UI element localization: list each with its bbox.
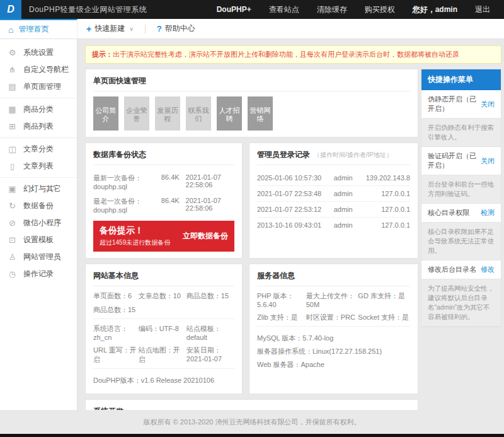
sidebar-item-article-categories[interactable]: ◫ 文章分类	[0, 141, 77, 158]
tile-contact-us[interactable]: 联系我们	[186, 96, 211, 131]
sidebar-item-wechat-miniprogram[interactable]: ⊘ 微信小程序	[0, 214, 77, 231]
mysql-version: MySQL 版本：5.7.40-log	[257, 332, 410, 345]
topbar-menu: DouPHP+ 查看站点 清除缓存 购买授权 您好，admin 退出	[199, 4, 490, 15]
app-title: DouPHP轻量级企业网站管理系统	[29, 4, 147, 15]
backup-alert-subtitle: 超过1459未进行数据备份	[100, 238, 183, 247]
tile-recruitment[interactable]: 人才招聘	[217, 96, 242, 131]
tile-company-profile[interactable]: 公司简介	[93, 96, 118, 131]
sidebar-item-site-admins[interactable]: ♙ 网站管理员	[0, 248, 77, 265]
login-ip: 127.0.0.1	[362, 221, 410, 229]
sidebar-item-single-pages[interactable]: ▤ 单页面管理	[0, 78, 77, 95]
quick-pages-title: 单页面快速管理	[93, 76, 410, 91]
login-time: 2021-01-07 22:53:12	[257, 206, 324, 213]
backup-now-button[interactable]: 立即数据备份	[183, 231, 228, 242]
user-icon: ♙	[8, 253, 17, 261]
refresh-icon: ↻	[8, 202, 17, 210]
login-user: admin	[324, 174, 362, 182]
book-icon: ◫	[8, 145, 17, 153]
chevron-down-icon: ∨	[129, 26, 134, 32]
login-ip: 127.0.0.1	[362, 190, 410, 197]
rewrite-status-label: 伪静态开启（已开启）	[428, 95, 477, 114]
help-center-button[interactable]: ? 帮助中心	[157, 23, 195, 34]
sidebar: ⚙ 系统设置 ⋔ 自定义导航栏 ▤ 单页面管理 ▦ 商品分类 ⊞ 商品列表 ◫ …	[0, 39, 77, 410]
sidebar-item-label: 文章列表	[23, 161, 54, 172]
login-ip: 139.202.143.8	[362, 174, 410, 182]
stat-single-pages: 单页面数：6	[93, 291, 139, 301]
card-title: 服务器信息	[257, 271, 295, 281]
login-record-row: 2025-01-06 10:57:30 admin 139.202.143.8	[257, 170, 410, 186]
sidebar-item-product-list[interactable]: ⊞ 商品列表	[0, 118, 77, 135]
topbar-buy-license-link[interactable]: 购买授权	[365, 4, 395, 15]
sidebar-item-product-categories[interactable]: ▦ 商品分类	[0, 101, 77, 118]
douphp-version: DouPHP版本：v1.6 Release 20210106	[93, 374, 234, 387]
login-ip: 127.0.0.1	[362, 206, 410, 213]
zlib-support: Zlib 支持：是	[257, 313, 306, 322]
topbar-douphp-plus-link[interactable]: DouPHP+	[217, 5, 251, 14]
image-icon: ▣	[8, 185, 17, 193]
card-title: 网站基本信息	[93, 271, 139, 281]
tile-company-honor[interactable]: 企业荣誉	[124, 96, 149, 131]
rename-admin-dir-link[interactable]: 修改	[481, 265, 495, 274]
login-record-row: 2013-10-16 09:43:01 admin 127.0.0.1	[257, 218, 410, 233]
sidebar-item-data-backup[interactable]: ↻ 数据备份	[0, 197, 77, 214]
sidebar-item-system-settings[interactable]: ⚙ 系统设置	[0, 44, 77, 61]
nav-divider	[145, 25, 146, 33]
file-icon: ▯	[8, 162, 17, 170]
sidebar-item-label: 网站管理员	[23, 252, 61, 262]
login-user: admin	[324, 221, 362, 229]
setting-url-rewrite: URL 重写：开启	[93, 346, 139, 364]
login-user: admin	[324, 190, 362, 197]
sidebar-item-custom-nav[interactable]: ⋔ 自定义导航栏	[0, 61, 77, 78]
login-time: 2021-01-07 22:53:48	[257, 190, 324, 197]
sidebar-item-slides-misc[interactable]: ▣ 幻灯与其它	[0, 180, 77, 197]
login-user: admin	[324, 206, 362, 213]
check-permission-link[interactable]: 检测	[481, 208, 495, 218]
quick-page-tiles: 公司简介 企业荣誉 发展历程 联系我们 人才招聘 营销网络	[93, 96, 410, 131]
stat-products-2: 商品总数：15	[93, 305, 139, 315]
window-edge	[0, 434, 504, 437]
topbar-clear-cache-link[interactable]: 清除缓存	[317, 4, 347, 15]
sidebar-item-label: 数据备份	[23, 201, 54, 211]
setting-sitemap: 站点地图：开启	[139, 346, 186, 364]
captcha-desc: 后台登录和前台一些地方用到验证码。	[421, 175, 501, 204]
sidebar-item-label: 设置模板	[23, 235, 54, 245]
home-icon: ⌂	[8, 25, 13, 34]
server-info-title: 服务器信息	[257, 271, 410, 286]
admin-dir-rename-row: 修改后台目录名 修改	[421, 260, 501, 279]
footer: 版权所有 © 2013-2020 漳州豆壳网络科技有限公司，并保留所有权利。	[0, 410, 504, 434]
rewrite-close-link[interactable]: 关闭	[481, 100, 495, 109]
card-title: 管理员登录记录	[257, 149, 310, 160]
sidebar-item-article-list[interactable]: ▯ 文章列表	[0, 158, 77, 175]
card-title: 数据库备份状态	[93, 149, 146, 160]
sidebar-item-template-settings[interactable]: ⊡ 设置模板	[0, 231, 77, 248]
sidebar-item-label: 自定义导航栏	[23, 64, 69, 75]
web-server: Web 服务器：Apache	[257, 358, 410, 371]
card-title: 单页面快速管理	[93, 76, 146, 86]
quick-create-button[interactable]: + 快速新建 ∨	[86, 23, 134, 34]
captcha-close-link[interactable]: 关闭	[481, 156, 495, 166]
login-card-title: 管理员登录记录 （操作时间/操作者/IP地址）	[257, 149, 410, 165]
backup-size: 86.4K	[161, 173, 180, 190]
gd-support: GD 库支持：是	[358, 291, 410, 308]
douphp-logo-icon[interactable]: D	[0, 0, 21, 19]
setting-language: 系统语言：zh_cn	[93, 324, 139, 341]
tile-development-history[interactable]: 发展历程	[155, 96, 180, 131]
content: 提示：出于演示站完整性考虑，演示站不开放图片上传和删除功能，且每次有用户登录演示…	[77, 39, 504, 410]
plus-icon: +	[86, 24, 91, 34]
backup-alert-title: 备份提示！	[100, 225, 183, 236]
backup-label: 最老一次备份：douphp.sql	[93, 197, 161, 214]
topbar-logout-link[interactable]: 退出	[475, 4, 490, 15]
tile-marketing-network[interactable]: 营销网络	[248, 96, 273, 131]
navbar: ⌂ 管理首页 + 快速新建 ∨ ? 帮助中心	[0, 19, 504, 39]
stat-articles: 文章总数：10	[139, 291, 186, 301]
sidebar-divider	[0, 98, 77, 98]
topbar-view-site-link[interactable]: 查看站点	[269, 4, 299, 15]
server-os: 服务器操作系统：Linux(172.27.158.251)	[257, 345, 410, 358]
rewrite-status-row: 伪静态开启（已开启） 关闭	[421, 90, 501, 119]
quick-ops-title: 快捷操作菜单	[421, 69, 501, 90]
question-icon: ?	[157, 24, 162, 33]
sidebar-item-operation-log[interactable]: ◷ 操作记录	[0, 265, 77, 283]
captcha-status-row: 验证码开启（已开启） 关闭	[421, 147, 501, 175]
nav-admin-home-tab[interactable]: ⌂ 管理首页	[0, 19, 77, 38]
login-time: 2013-10-16 09:43:01	[257, 221, 324, 229]
